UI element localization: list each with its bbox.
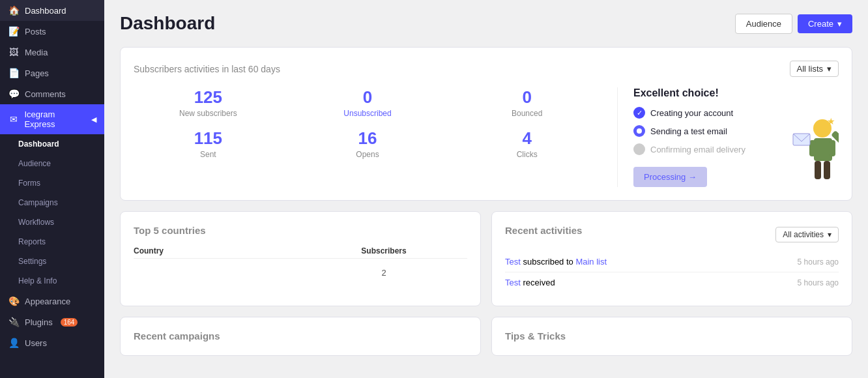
svg-rect-3 — [829, 140, 835, 156]
activities-card: Recent activities All activities ▾ Test … — [491, 211, 852, 306]
activity-list-item-1: Test received 5 hours ago — [505, 272, 839, 293]
check-item-0: ✓ Creating your account — [633, 107, 787, 119]
stat-label-clicks: Clicks — [452, 150, 601, 159]
activity-list-item-0: Test subscribed to Main list 5 hours ago — [505, 252, 839, 272]
stat-clicks: 4 Clicks — [452, 128, 601, 159]
create-button[interactable]: Create ▾ — [798, 14, 852, 33]
pages-icon: 📄 — [8, 68, 20, 78]
table-row: 2 — [134, 264, 467, 282]
stat-sent: 115 Sent — [134, 128, 283, 159]
stat-number-new: 125 — [134, 87, 283, 108]
sidebar-item-ig-help[interactable]: Help & Info — [0, 271, 104, 291]
stat-label-sent: Sent — [134, 150, 283, 159]
activity-text-1: Test received — [505, 278, 555, 287]
audience-button[interactable]: Audience — [735, 14, 792, 34]
countries-title: Top 5 countries — [134, 225, 467, 236]
sidebar-item-ig-reports[interactable]: Reports — [0, 232, 104, 252]
sidebar-item-posts[interactable]: 📝 Posts — [0, 21, 104, 42]
subscribers-col-header: Subscribers — [300, 246, 467, 255]
plugins-badge: 164 — [61, 318, 78, 327]
stat-label-unsub: Unsubscribed — [293, 109, 442, 118]
check-progress-icon-1 — [633, 125, 645, 137]
country-cell — [134, 268, 300, 278]
activity-time-0: 5 hours ago — [798, 257, 839, 267]
svg-rect-7 — [793, 134, 810, 145]
check-item-1: Sending a test email — [633, 125, 787, 137]
activity-link-1-1[interactable]: Test — [505, 278, 521, 287]
check-pending-icon-2 — [633, 143, 645, 155]
icegram-chevron: ◀ — [91, 115, 96, 124]
stat-label-new: New subscribers — [134, 109, 283, 118]
sidebar-item-appearance[interactable]: 🎨 Appearance — [0, 291, 104, 312]
sidebar-item-pages[interactable]: 📄 Pages — [0, 63, 104, 83]
countries-table-header: Country Subscribers — [134, 244, 467, 259]
svg-rect-5 — [824, 161, 830, 179]
sidebar-item-dashboard[interactable]: 🏠 Dashboard — [0, 0, 104, 21]
posts-icon: 📝 — [8, 26, 20, 36]
activity-time-1: 5 hours ago — [798, 278, 839, 287]
check-text-1: Sending a test email — [650, 126, 727, 136]
plugins-icon: 🔌 — [8, 317, 20, 327]
recent-campaigns-title: Recent campaigns — [134, 330, 220, 342]
sidebar-item-users[interactable]: 👤 Users — [0, 332, 104, 353]
stat-opens: 16 Opens — [293, 128, 442, 159]
sidebar-item-ig-dashboard[interactable]: Dashboard — [0, 134, 104, 154]
main-content: Dashboard Audience Create ▾ Subscribers … — [104, 0, 868, 378]
stat-number-sent: 115 — [134, 128, 283, 149]
sidebar: 🏠 Dashboard 📝 Posts 🖼 Media 📄 Pages 💬 Co… — [0, 0, 104, 378]
icegram-icon: ✉ — [8, 114, 19, 124]
stat-number-bounced: 0 — [452, 87, 601, 108]
activity-title: Subscribers activities in last 60 days — [134, 64, 280, 74]
bottom-row: Top 5 countries Country Subscribers 2 Re… — [120, 211, 852, 317]
check-done-icon-0: ✓ — [633, 107, 645, 119]
comments-icon: 💬 — [8, 89, 20, 99]
sidebar-item-comments[interactable]: 💬 Comments — [0, 83, 104, 104]
stat-label-bounced: Bounced — [452, 109, 601, 118]
stat-label-opens: Opens — [293, 150, 442, 159]
sidebar-item-ig-workflows[interactable]: Workflows — [0, 212, 104, 232]
activity-header: Subscribers activities in last 60 days A… — [134, 61, 839, 77]
activity-card: Subscribers activities in last 60 days A… — [120, 47, 852, 201]
tips-title: Tips & Tricks — [505, 330, 566, 342]
sidebar-item-ig-audience[interactable]: Audience — [0, 154, 104, 173]
activities-header: Recent activities All activities ▾ — [505, 225, 839, 244]
filter-chevron-icon: ▾ — [827, 64, 832, 74]
svg-rect-4 — [815, 161, 821, 179]
sidebar-item-icegram[interactable]: ✉ Icegram Express ◀ — [0, 104, 104, 134]
processing-button[interactable]: Processing → — [633, 167, 707, 187]
stat-number-unsub: 0 — [293, 87, 442, 108]
subscribers-cell: 2 — [300, 268, 467, 278]
stat-new-subscribers: 125 New subscribers — [134, 87, 283, 118]
check-text-0: Creating your account — [650, 108, 733, 118]
activity-filter[interactable]: All lists ▾ — [790, 61, 839, 77]
users-icon: 👤 — [8, 338, 20, 348]
stat-number-clicks: 4 — [452, 128, 601, 149]
activities-filter-chevron-icon: ▾ — [828, 230, 832, 239]
stat-unsubscribed: 0 Unsubscribed — [293, 87, 442, 118]
sidebar-item-plugins[interactable]: 🔌 Plugins 164 — [0, 312, 104, 332]
activity-link-0-2[interactable]: Main list — [575, 257, 607, 267]
checklist-panel: Excellent choice! ✓ Creating your accoun… — [617, 87, 839, 187]
sidebar-item-media[interactable]: 🖼 Media — [0, 42, 104, 63]
page-title: Dashboard — [120, 13, 215, 34]
check-text-2: Confirming email delivery — [650, 145, 745, 154]
sidebar-item-ig-campaigns[interactable]: Campaigns — [0, 193, 104, 212]
sidebar-item-ig-forms[interactable]: Forms — [0, 173, 104, 193]
country-col-header: Country — [134, 246, 300, 255]
recent-campaigns-card: Recent campaigns — [120, 317, 481, 356]
sidebar-item-ig-settings[interactable]: Settings — [0, 252, 104, 271]
appearance-icon: 🎨 — [8, 296, 20, 306]
activity-text-0: Test subscribed to Main list — [505, 257, 607, 267]
stat-bounced: 0 Bounced — [452, 87, 601, 118]
stats-area: 125 New subscribers 0 Unsubscribed 0 Bou… — [134, 87, 601, 187]
countries-card: Top 5 countries Country Subscribers 2 — [120, 211, 481, 306]
activities-filter[interactable]: All activities ▾ — [775, 227, 839, 242]
stat-number-opens: 16 — [293, 128, 442, 149]
check-item-2: Confirming email delivery — [633, 143, 787, 155]
svg-text:★: ★ — [827, 116, 835, 126]
checklist-title: Excellent choice! — [633, 87, 787, 99]
stats-grid: 125 New subscribers 0 Unsubscribed 0 Bou… — [134, 87, 601, 159]
checklist-content: Excellent choice! ✓ Creating your accoun… — [633, 87, 787, 187]
activity-link-0-1[interactable]: Test — [505, 257, 521, 267]
activities-title: Recent activities — [505, 225, 582, 236]
